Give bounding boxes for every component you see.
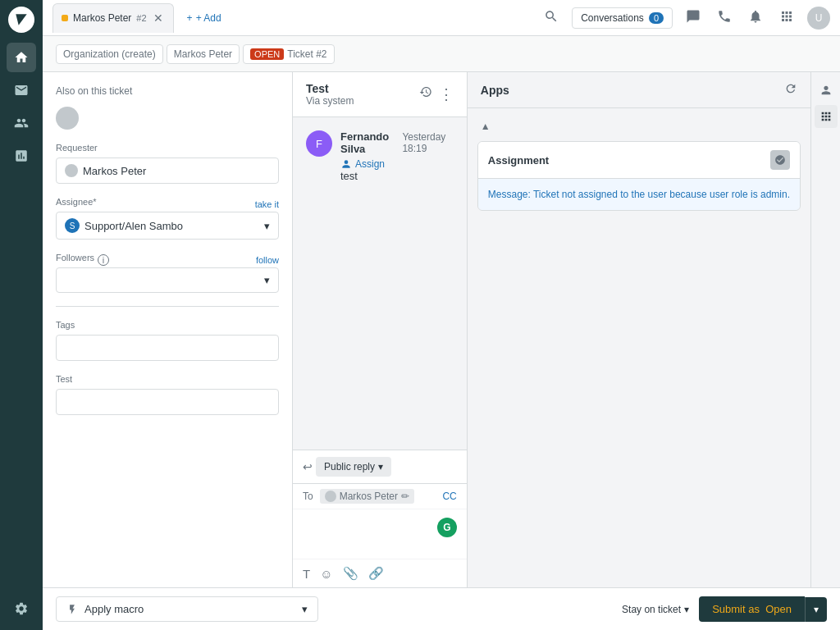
divider: [56, 306, 279, 307]
apps-header: Apps: [468, 72, 810, 108]
reply-to-row: To Markos Peter ✏ CC: [293, 484, 467, 509]
followers-info-icon: i: [98, 254, 109, 266]
cc-button[interactable]: CC: [442, 491, 456, 502]
notifications-icon[interactable]: [745, 6, 766, 30]
conversation-header: Test Via system ⋮: [293, 72, 467, 117]
conversations-label: Conversations: [581, 12, 644, 24]
assignee-icon: S: [65, 218, 80, 233]
assignee-section: Assignee* take it S Support/Alen Sambo ▾: [56, 197, 279, 240]
submit-status: Open: [765, 603, 792, 615]
stay-on-ticket-button[interactable]: Stay on ticket ▾: [612, 604, 699, 615]
conversation-history-icon[interactable]: [419, 85, 432, 103]
apply-macro-dropdown-icon: ▾: [302, 603, 308, 615]
left-panel: Also on this ticket Requester Markos Pet…: [43, 72, 293, 587]
also-on-ticket-label: Also on this ticket: [56, 85, 279, 97]
right-panel-icons: [810, 72, 840, 587]
conversations-button[interactable]: Conversations 0: [572, 7, 673, 29]
tab-title: Markos Peter: [73, 12, 131, 24]
apps-title: Apps: [481, 84, 509, 97]
apps-grid-icon-btn[interactable]: [815, 105, 838, 128]
apps-refresh-icon[interactable]: [784, 82, 797, 98]
submit-button[interactable]: Submit as Open: [699, 596, 805, 622]
link-icon[interactable]: 🔗: [368, 566, 384, 581]
reply-to-user[interactable]: Markos Peter ✏: [320, 489, 414, 504]
add-tab-button[interactable]: + + Add: [180, 9, 228, 27]
assign-button[interactable]: Assign: [340, 158, 454, 170]
conversation-body: F Fernando Silva Yesterday 18:19 Assign …: [293, 117, 467, 450]
phone-icon[interactable]: [714, 6, 735, 30]
assignee-input[interactable]: S Support/Alen Sambo ▾: [56, 212, 279, 240]
requester-label: Requester: [56, 143, 279, 153]
breadcrumb-user[interactable]: Markos Peter: [167, 44, 240, 64]
conversation-more-icon[interactable]: ⋮: [439, 85, 454, 103]
followers-label: Followers: [56, 253, 94, 262]
stay-on-ticket-dropdown-icon: ▾: [684, 604, 689, 615]
add-icon: +: [187, 12, 193, 24]
tab-status-dot: [62, 15, 68, 21]
message-content: Fernando Silva Yesterday 18:19 Assign te…: [340, 130, 454, 182]
collapse-button[interactable]: ▲: [477, 118, 494, 135]
tags-input[interactable]: [56, 335, 279, 361]
follow-button[interactable]: follow: [256, 255, 279, 265]
app-logo[interactable]: [8, 7, 34, 33]
tab-markos-peter[interactable]: Markos Peter #2 ✕: [52, 3, 174, 33]
tags-label: Tags: [56, 320, 279, 330]
emoji-icon[interactable]: ☺: [320, 567, 332, 581]
assignment-message: Message: Ticket not assigned to the user…: [478, 178, 800, 210]
tab-close-button[interactable]: ✕: [152, 10, 165, 26]
assignee-value: Support/Alen Sambo: [84, 220, 183, 232]
sidebar-nav: [0, 0, 43, 630]
svg-point-1: [345, 160, 349, 164]
test-section: Test: [56, 374, 279, 415]
compose-icon[interactable]: [682, 6, 704, 30]
followers-input[interactable]: ▾: [56, 267, 279, 293]
public-reply-tab[interactable]: Public reply ▾: [316, 457, 391, 477]
svg-marker-0: [16, 14, 26, 25]
sidebar-item-home[interactable]: [7, 43, 36, 72]
requester-input[interactable]: Markos Peter: [56, 158, 279, 184]
sidebar-item-tickets[interactable]: [7, 75, 36, 105]
sidebar-item-reporting[interactable]: [7, 141, 36, 171]
reply-tab-dropdown-icon: ▾: [378, 461, 383, 472]
apps-content: ▲ Assignment Message: Ticket not assigne…: [468, 108, 810, 587]
reply-arrow-icon[interactable]: ↩: [303, 460, 313, 473]
reply-to-user-name: Markos Peter: [340, 491, 398, 502]
test-label: Test: [56, 374, 279, 384]
tab-subtitle: #2: [136, 13, 146, 23]
submit-area: Stay on ticket ▾ Submit as Open ▾: [612, 596, 827, 622]
assignee-dropdown-icon: ▾: [264, 220, 270, 232]
followers-section: Followers i follow ▾: [56, 253, 279, 293]
user-avatar[interactable]: U: [807, 7, 830, 30]
test-input[interactable]: [56, 389, 279, 415]
breadcrumb-ticket[interactable]: OPEN Ticket #2: [243, 44, 334, 64]
search-icon[interactable]: [541, 6, 562, 30]
ticket-status-badge: OPEN: [250, 48, 284, 60]
sidebar-item-settings[interactable]: [7, 594, 36, 623]
edit-recipient-icon[interactable]: ✏: [401, 491, 409, 502]
message-avatar: F: [306, 130, 332, 157]
grid-icon[interactable]: [776, 6, 797, 30]
requester-avatar-icon: [65, 164, 78, 177]
apply-macro-label: Apply macro: [84, 603, 144, 615]
reply-editor[interactable]: G: [293, 509, 467, 559]
assignment-header: Assignment: [478, 142, 800, 178]
message-body: test: [340, 170, 454, 182]
submit-dropdown-button[interactable]: ▾: [805, 597, 827, 622]
breadcrumb: Organization (create) Markos Peter OPEN …: [43, 36, 840, 72]
to-label: To: [303, 491, 313, 502]
reply-user-avatar: [325, 491, 336, 502]
attachment-icon[interactable]: 📎: [343, 566, 358, 581]
assignee-label: Assignee*: [56, 197, 97, 207]
breadcrumb-org[interactable]: Organization (create): [56, 44, 163, 64]
reply-area: ↩ Public reply ▾ To Markos Peter ✏: [293, 450, 467, 587]
conversations-badge: 0: [649, 12, 664, 24]
take-it-button[interactable]: take it: [255, 199, 279, 209]
profile-icon-btn[interactable]: [815, 79, 838, 102]
grammarly-icon: G: [437, 518, 457, 537]
assignment-app-icon: [770, 150, 790, 170]
message-item: F Fernando Silva Yesterday 18:19 Assign …: [306, 130, 454, 182]
reply-tabs: ↩ Public reply ▾: [293, 450, 467, 484]
sidebar-item-users[interactable]: [7, 108, 36, 138]
format-text-icon[interactable]: T: [303, 567, 310, 581]
apply-macro-button[interactable]: Apply macro ▾: [56, 596, 318, 622]
